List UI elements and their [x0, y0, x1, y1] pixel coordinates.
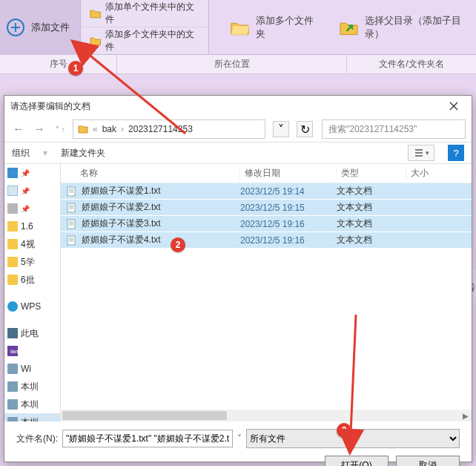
- svg-rect-6: [67, 236, 75, 245]
- add-multi-folder-files-button[interactable]: 添加多个文件夹中的文件: [81, 27, 208, 55]
- header-name[interactable]: 名称: [80, 168, 98, 178]
- filename-input[interactable]: [62, 430, 233, 447]
- sidebar-item[interactable]: 5学: [4, 253, 60, 271]
- folder-icon: [78, 125, 88, 134]
- scrollbar-right-arrow[interactable]: ▶: [460, 410, 472, 421]
- breadcrumb[interactable]: « bak › 2023127114253: [73, 119, 265, 139]
- col-filename: 文件名/文件夹名: [347, 55, 476, 73]
- folder-open-icon: [230, 19, 250, 36]
- folder-stack-icon: [90, 36, 101, 46]
- view-mode-button[interactable]: ▾: [408, 145, 434, 161]
- nav-back-button[interactable]: ←: [10, 121, 27, 137]
- header-type[interactable]: 类型: [337, 167, 406, 180]
- sidebar-item[interactable]: 📌: [4, 182, 60, 200]
- file-row[interactable]: 娇媚娘子不谋爱1.txt 2023/12/5 19:14 文本文档: [61, 183, 472, 200]
- sidebar-item[interactable]: 6批: [4, 271, 60, 289]
- text-file-icon: [67, 203, 76, 213]
- sidebar-item[interactable]: 1.6: [4, 217, 60, 235]
- sidebar-item[interactable]: 4视: [4, 235, 60, 253]
- text-file-icon: [67, 186, 76, 197]
- add-file-label: 添加文件: [31, 21, 70, 34]
- folder-plus-icon: [90, 8, 101, 19]
- new-folder-button[interactable]: 新建文件夹: [61, 147, 105, 160]
- filetype-filter[interactable]: 所有文件: [246, 429, 460, 448]
- search-input[interactable]: 搜索"2023127114253": [322, 119, 466, 139]
- header-mdate[interactable]: 修改日期: [240, 167, 337, 180]
- sidebar-item-disk[interactable]: 本圳: [4, 378, 60, 396]
- folder-arrow-icon: [339, 19, 359, 36]
- file-list: 名称 修改日期 类型 大小 娇媚娘子不谋爱1.txt 2023/12/5 19:…: [61, 164, 472, 421]
- horizontal-scrollbar[interactable]: ▶: [61, 410, 472, 421]
- file-open-dialog: 请选择要编辑的文档 ← → ˅ ↑ « bak › 2023127114253 …: [4, 95, 472, 462]
- nav-forward-button[interactable]: →: [31, 121, 47, 137]
- svg-rect-5: [67, 220, 75, 229]
- svg-rect-3: [67, 187, 75, 196]
- sidebar-item-disk[interactable]: 本圳: [4, 396, 60, 413]
- cancel-button[interactable]: 取消: [396, 456, 460, 466]
- close-button[interactable]: [440, 99, 467, 114]
- col-index: 序号: [0, 55, 117, 73]
- sidebar-item[interactable]: 📌: [4, 200, 60, 217]
- filename-label: 文件名(N):: [16, 433, 58, 445]
- file-row[interactable]: 娇媚娘子不谋爱3.txt 2023/12/5 19:16 文本文档: [61, 216, 472, 232]
- add-single-folder-button[interactable]: 添加单个文件夹中的文件: [81, 0, 208, 27]
- sidebar-item[interactable]: 📌: [4, 164, 60, 182]
- add-folders-button[interactable]: 添加多个文件夹: [230, 14, 321, 41]
- select-parent-button[interactable]: 选择父目录（添加子目录）: [339, 14, 476, 41]
- help-button[interactable]: ?: [448, 145, 464, 161]
- places-sidebar: 📌 📌 📌 1.6 4视 5学 6批 WPS 此电 iam Wi 本圳 本圳 本…: [4, 164, 61, 421]
- file-row[interactable]: 娇媚娘子不谋爱2.txt 2023/12/5 19:15 文本文档: [61, 200, 472, 216]
- sidebar-item-thispc[interactable]: 此电: [4, 324, 60, 342]
- text-file-icon: [67, 235, 76, 246]
- add-file-button[interactable]: 添加文件: [0, 0, 81, 55]
- nav-up-button[interactable]: ˅ ↑: [52, 121, 68, 137]
- col-location: 所在位置: [117, 55, 347, 73]
- sidebar-item-wps[interactable]: WPS: [4, 298, 60, 315]
- dialog-title: 请选择要编辑的文档: [10, 100, 90, 113]
- header-size[interactable]: 大小: [406, 167, 472, 180]
- sidebar-item[interactable]: iam: [4, 342, 60, 360]
- sidebar-item-disk[interactable]: Wi: [4, 360, 60, 378]
- organize-menu[interactable]: 组织: [12, 147, 30, 160]
- text-file-icon: [67, 219, 76, 229]
- list-view-icon: [414, 148, 424, 157]
- plus-circle-icon: [6, 18, 25, 37]
- open-button[interactable]: 打开(O): [325, 456, 389, 466]
- breadcrumb-dropdown[interactable]: ˅: [273, 121, 289, 137]
- close-icon: [449, 102, 458, 111]
- callout-badge-1: 1: [68, 61, 83, 76]
- svg-rect-4: [67, 203, 75, 212]
- callout-badge-3: 3: [337, 423, 351, 438]
- refresh-button[interactable]: ↻: [297, 121, 313, 137]
- file-row[interactable]: 娇媚娘子不谋爱4.txt 2023/12/5 19:16 文本文档: [61, 232, 472, 249]
- sidebar-item-disk[interactable]: 本圳: [4, 413, 60, 421]
- callout-badge-2: 2: [171, 237, 185, 252]
- scrollbar-thumb[interactable]: [62, 411, 227, 420]
